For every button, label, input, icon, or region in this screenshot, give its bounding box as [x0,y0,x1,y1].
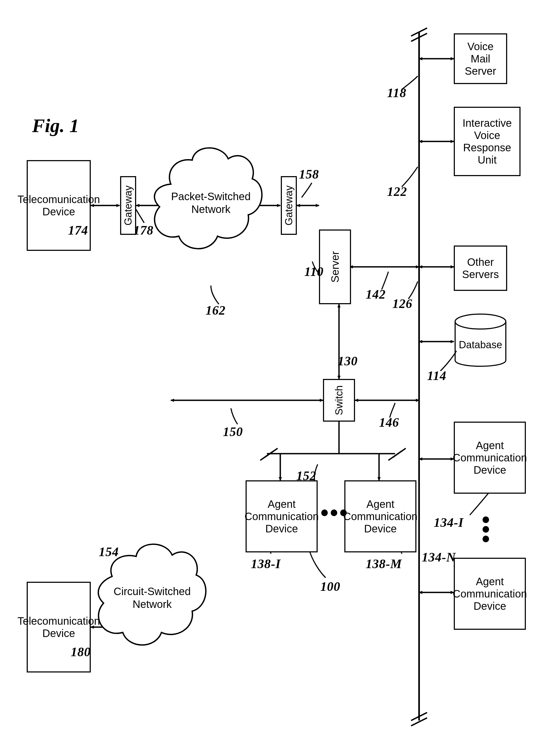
box-agent-138m: Agent Communication Device [344,480,416,552]
label: Agent Communication Device [453,439,527,476]
box-switch: Switch [323,379,355,422]
ref-130: 130 [338,354,358,368]
ref-110: 110 [304,264,324,279]
ref-174: 174 [68,223,88,238]
box-voice-mail: Voice Mail Server [454,33,507,84]
ref-178: 178 [133,223,153,238]
label: Agent Communication Device [245,498,319,535]
ref-150: 150 [223,424,243,439]
box-agent-134i: Agent Communication Device [454,422,526,494]
label: Server [329,251,341,283]
label: Agent Communication Device [343,498,417,535]
ref-134i: 134-I [434,515,464,530]
svg-point-20 [455,314,506,329]
label: Interactive Voice Response Unit [458,117,517,166]
label: Agent Communication Device [453,575,527,612]
label: Telecomunication Device [17,615,100,639]
box-ivr: Interactive Voice Response Unit [454,107,521,176]
box-server: Server [319,229,351,304]
label: Voice Mail Server [458,40,503,77]
ref-122: 122 [387,184,407,199]
svg-text:Database: Database [459,339,502,350]
ref-100: 100 [320,579,340,594]
ref-180: 180 [71,644,91,659]
box-agent-134n: Agent Communication Device [454,558,526,630]
ref-142: 142 [366,287,386,302]
vdots-agents-134: ••• [480,515,491,544]
box-other-servers: Other Servers [454,246,507,291]
ref-146: 146 [379,415,399,430]
ref-114: 114 [427,368,446,383]
label: Other Servers [458,256,503,280]
ref-118: 118 [387,85,406,100]
ref-152: 152 [296,468,316,483]
ref-134n: 134-N [422,550,456,564]
ref-162: 162 [206,303,226,318]
ref-154: 154 [99,544,119,559]
cloud-label: Packet-Switched Network [168,190,254,216]
diagram-stage: Database Fig. 1 Telecomunication Device … [0,0,544,756]
ref-158: 158 [299,167,319,181]
box-agent-138i: Agent Communication Device [246,480,318,552]
ref-126: 126 [392,296,412,311]
ref-138i: 138-I [251,556,281,571]
ref-138m: 138-M [366,556,402,571]
hdots-agents-138: ••• [320,499,349,527]
cloud-packet-switched: Packet-Switched Network [168,165,254,240]
box-gateway-2: Gateway [281,176,297,235]
label: Telecomunication Device [17,193,100,218]
figure-title: Fig. 1 [32,115,79,137]
cloud-label: Circuit-Switched Network [107,585,198,611]
cloud-circuit-switched: Circuit-Switched Network [107,560,198,635]
